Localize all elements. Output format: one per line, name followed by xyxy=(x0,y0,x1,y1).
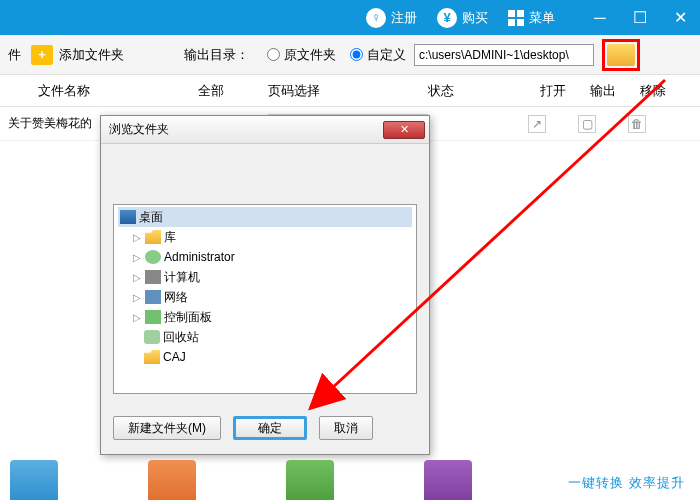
toolbar: 件 + 添加文件夹 输出目录： 原文件夹 自定义 xyxy=(0,35,700,75)
recycle-icon xyxy=(144,330,160,344)
trash-icon[interactable]: 🗑 xyxy=(628,115,646,133)
control-panel-icon xyxy=(145,310,161,324)
dialog-titlebar[interactable]: 浏览文件夹 ✕ xyxy=(101,116,429,144)
user-folder-icon xyxy=(145,250,161,264)
network-icon xyxy=(145,290,161,304)
menu-button[interactable]: 菜单 xyxy=(498,0,565,35)
dialog-body: 桌面 ▷库 ▷Administrator ▷计算机 ▷网络 ▷控制面板 回收站 … xyxy=(101,144,429,406)
tree-control[interactable]: ▷控制面板 xyxy=(118,307,412,327)
tree-desktop[interactable]: 桌面 xyxy=(118,207,412,227)
category-icon-4[interactable] xyxy=(424,460,472,500)
browse-folder-button[interactable] xyxy=(607,44,635,66)
buy-button[interactable]: ¥ 购买 xyxy=(427,0,498,35)
radio-original[interactable] xyxy=(267,48,280,61)
col-page: 页码选择 xyxy=(268,82,428,100)
output-path-input[interactable] xyxy=(414,44,594,66)
cancel-button[interactable]: 取消 xyxy=(319,416,373,440)
register-button[interactable]: ♀ 注册 xyxy=(356,0,427,35)
expand-icon[interactable]: ▷ xyxy=(132,252,142,263)
titlebar: ♀ 注册 ¥ 购买 菜单 ─ ☐ ✕ xyxy=(0,0,700,35)
output-icon[interactable]: ▢ xyxy=(578,115,596,133)
radio-custom[interactable] xyxy=(350,48,363,61)
expand-icon[interactable]: ▷ xyxy=(132,292,142,303)
library-icon xyxy=(145,230,161,244)
register-label: 注册 xyxy=(391,9,417,27)
expand-icon[interactable]: ▷ xyxy=(132,232,142,243)
category-icon-3[interactable] xyxy=(286,460,334,500)
tree-caj[interactable]: CAJ xyxy=(118,347,412,367)
minimize-button[interactable]: ─ xyxy=(580,0,620,35)
expand-icon[interactable]: ▷ xyxy=(132,312,142,323)
col-output: 输出 xyxy=(578,82,628,100)
browse-button-highlight xyxy=(602,39,640,71)
radio-original-label: 原文件夹 xyxy=(284,46,336,64)
menu-label: 菜单 xyxy=(529,9,555,27)
buy-label: 购买 xyxy=(462,9,488,27)
radio-custom-label: 自定义 xyxy=(367,46,406,64)
table-header: 文件名称 全部 页码选择 状态 打开 输出 移除 xyxy=(0,75,700,107)
tree-network[interactable]: ▷网络 xyxy=(118,287,412,307)
row-filename: 关于赞美梅花的 xyxy=(8,115,108,132)
col-filename: 文件名称 xyxy=(8,82,198,100)
toolbar-fragment: 件 xyxy=(8,46,21,64)
yen-icon: ¥ xyxy=(437,8,457,28)
add-folder-label[interactable]: 添加文件夹 xyxy=(59,46,124,64)
category-icon-2[interactable] xyxy=(148,460,196,500)
user-icon: ♀ xyxy=(366,8,386,28)
tree-recycle[interactable]: 回收站 xyxy=(118,327,412,347)
col-remove: 移除 xyxy=(628,82,678,100)
maximize-button[interactable]: ☐ xyxy=(620,0,660,35)
col-status: 状态 xyxy=(428,82,528,100)
open-icon[interactable]: ↗ xyxy=(528,115,546,133)
dialog-buttons: 新建文件夹(M) 确定 取消 xyxy=(101,406,429,450)
output-dir-label: 输出目录： xyxy=(184,46,249,64)
browse-folder-dialog: 浏览文件夹 ✕ 桌面 ▷库 ▷Administrator ▷计算机 ▷网络 ▷控… xyxy=(100,115,430,455)
dialog-title-text: 浏览文件夹 xyxy=(109,121,169,138)
computer-icon xyxy=(145,270,161,284)
grid-icon xyxy=(508,10,524,26)
tree-computer[interactable]: ▷计算机 xyxy=(118,267,412,287)
folder-tree[interactable]: 桌面 ▷库 ▷Administrator ▷计算机 ▷网络 ▷控制面板 回收站 … xyxy=(113,204,417,394)
expand-icon[interactable]: ▷ xyxy=(132,272,142,283)
desktop-icon xyxy=(120,210,136,224)
folder-icon xyxy=(144,350,160,364)
tree-library[interactable]: ▷库 xyxy=(118,227,412,247)
slogan-text: 一键转换 效率提升 xyxy=(568,474,685,492)
col-open: 打开 xyxy=(528,82,578,100)
window-controls: ─ ☐ ✕ xyxy=(580,0,700,35)
col-all: 全部 xyxy=(198,82,268,100)
ok-button[interactable]: 确定 xyxy=(233,416,307,440)
output-radio-group: 原文件夹 自定义 xyxy=(257,46,406,64)
new-folder-button[interactable]: 新建文件夹(M) xyxy=(113,416,221,440)
dialog-close-button[interactable]: ✕ xyxy=(383,121,425,139)
add-folder-icon[interactable]: + xyxy=(31,45,53,65)
tree-admin[interactable]: ▷Administrator xyxy=(118,247,412,267)
category-icon-1[interactable] xyxy=(10,460,58,500)
close-window-button[interactable]: ✕ xyxy=(660,0,700,35)
